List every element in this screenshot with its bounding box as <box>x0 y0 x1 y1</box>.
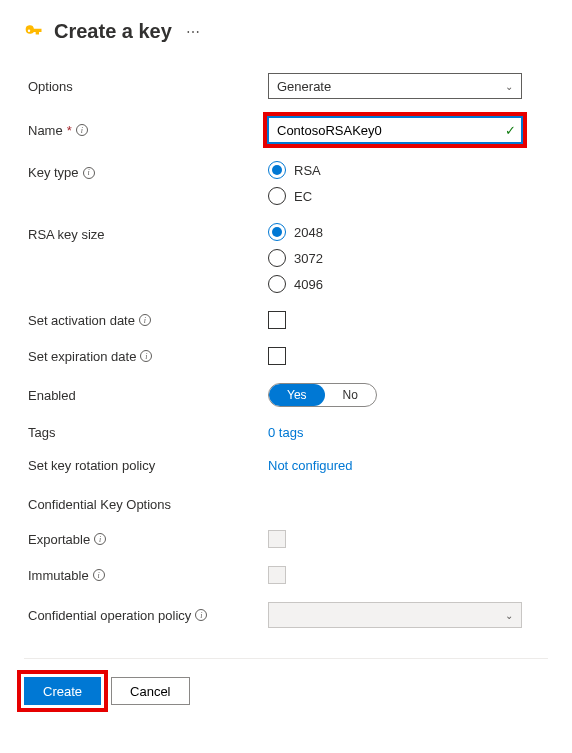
info-icon[interactable]: i <box>93 569 105 581</box>
rsasize-radio-3072[interactable]: 3072 <box>268 249 522 267</box>
name-row: Name * i ✓ <box>28 117 548 143</box>
options-select[interactable]: Generate ⌄ <box>268 73 522 99</box>
activation-label: Set activation date i <box>28 313 268 328</box>
activation-checkbox[interactable] <box>268 311 286 329</box>
tags-row: Tags 0 tags <box>28 425 548 440</box>
key-type-row: Key type i RSA EC <box>28 161 548 205</box>
info-icon[interactable]: i <box>83 167 95 179</box>
radio-icon <box>268 275 286 293</box>
radio-icon <box>268 223 286 241</box>
key-type-label: Key type i <box>28 161 268 180</box>
name-input[interactable] <box>268 117 522 143</box>
expiration-row: Set expiration date i <box>28 347 548 365</box>
page-header: Create a key ⋯ <box>24 20 548 43</box>
immutable-row: Immutable i <box>28 566 548 584</box>
info-icon[interactable]: i <box>94 533 106 545</box>
enabled-no[interactable]: No <box>325 384 376 406</box>
keytype-radio-rsa[interactable]: RSA <box>268 161 522 179</box>
enabled-label: Enabled <box>28 388 268 403</box>
rsasize-radio-4096[interactable]: 4096 <box>268 275 522 293</box>
enabled-toggle[interactable]: Yes No <box>268 383 377 407</box>
chevron-down-icon: ⌄ <box>505 81 513 92</box>
exportable-row: Exportable i <box>28 530 548 548</box>
conf-policy-label: Confidential operation policy i <box>28 608 268 623</box>
rotation-row: Set key rotation policy Not configured <box>28 458 548 473</box>
cancel-button[interactable]: Cancel <box>111 677 189 705</box>
expiration-label: Set expiration date i <box>28 349 268 364</box>
rotation-label: Set key rotation policy <box>28 458 268 473</box>
options-value: Generate <box>277 79 331 94</box>
info-icon[interactable]: i <box>195 609 207 621</box>
enabled-yes[interactable]: Yes <box>269 384 325 406</box>
name-field-highlight: ✓ <box>268 117 522 143</box>
tags-label: Tags <box>28 425 268 440</box>
options-row: Options Generate ⌄ <box>28 73 548 99</box>
chevron-down-icon: ⌄ <box>505 610 513 621</box>
conf-policy-row: Confidential operation policy i ⌄ <box>28 602 548 628</box>
tags-link[interactable]: 0 tags <box>268 425 303 440</box>
expiration-checkbox[interactable] <box>268 347 286 365</box>
rotation-link[interactable]: Not configured <box>268 458 353 473</box>
exportable-label: Exportable i <box>28 532 268 547</box>
key-icon <box>24 22 44 42</box>
immutable-checkbox[interactable] <box>268 566 286 584</box>
radio-icon <box>268 187 286 205</box>
keytype-radio-ec[interactable]: EC <box>268 187 522 205</box>
name-label: Name * i <box>28 123 268 138</box>
rsa-size-label: RSA key size <box>28 223 268 242</box>
enabled-row: Enabled Yes No <box>28 383 548 407</box>
key-type-radios: RSA EC <box>268 161 522 205</box>
options-label: Options <box>28 79 268 94</box>
create-button[interactable]: Create <box>24 677 101 705</box>
confidential-section-header: Confidential Key Options <box>28 497 548 512</box>
rsasize-radio-2048[interactable]: 2048 <box>268 223 522 241</box>
radio-icon <box>268 249 286 267</box>
conf-policy-select[interactable]: ⌄ <box>268 602 522 628</box>
rsa-size-row: RSA key size 2048 3072 4096 <box>28 223 548 293</box>
rsa-size-radios: 2048 3072 4096 <box>268 223 522 293</box>
radio-icon <box>268 161 286 179</box>
more-button[interactable]: ⋯ <box>182 24 204 40</box>
footer: Create Cancel <box>24 658 548 705</box>
exportable-checkbox[interactable] <box>268 530 286 548</box>
info-icon[interactable]: i <box>140 350 152 362</box>
info-icon[interactable]: i <box>76 124 88 136</box>
required-indicator: * <box>67 123 72 138</box>
form: Options Generate ⌄ Name * i ✓ Key type i <box>24 73 548 628</box>
activation-row: Set activation date i <box>28 311 548 329</box>
page-title: Create a key <box>54 20 172 43</box>
info-icon[interactable]: i <box>139 314 151 326</box>
immutable-label: Immutable i <box>28 568 268 583</box>
